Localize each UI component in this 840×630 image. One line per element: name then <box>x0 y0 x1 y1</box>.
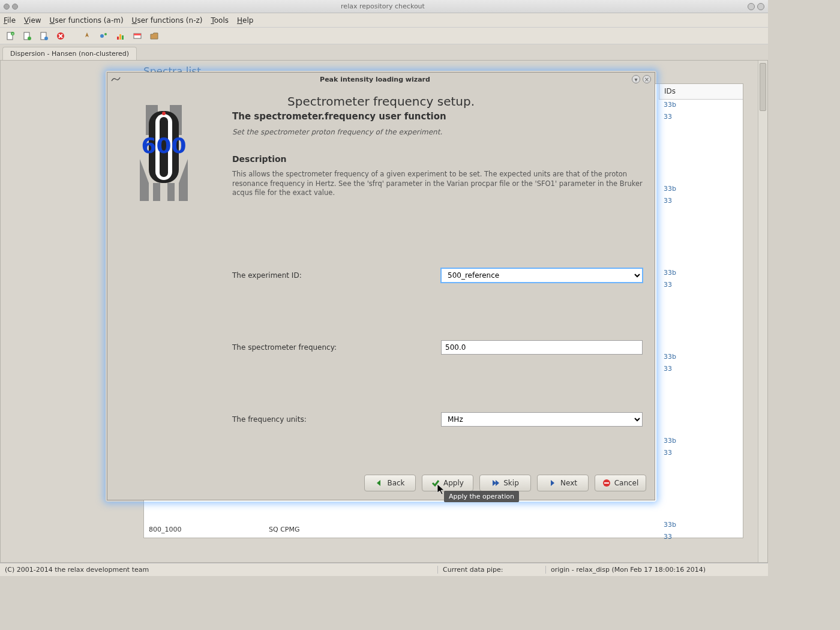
table-cell <box>659 124 743 136</box>
dialog-description-heading: Description <box>232 154 643 164</box>
cancel-button[interactable]: Cancel <box>595 475 646 491</box>
table-cell <box>659 148 743 160</box>
table-cell: 33b <box>659 100 743 112</box>
menu-file[interactable]: File <box>4 16 16 25</box>
table-cell <box>659 388 743 400</box>
statusbar: (C) 2001-2014 the relax development team… <box>0 563 768 576</box>
tooltip: Apply the operation <box>444 491 519 502</box>
table-cell: 800_1000 <box>144 523 264 538</box>
frequency-units-label: The frequency units: <box>232 415 441 424</box>
window-close-icon[interactable] <box>757 3 764 10</box>
table-cell <box>659 496 743 508</box>
svg-rect-14 <box>134 34 141 35</box>
back-button[interactable]: Back <box>364 475 416 491</box>
svg-point-8 <box>100 34 104 38</box>
table-cell <box>659 400 743 412</box>
table-cell <box>659 508 743 520</box>
svg-rect-10 <box>117 37 119 40</box>
spectrometer-icon: 600 <box>116 87 212 207</box>
table-cell: 33b <box>659 268 743 280</box>
svg-point-6 <box>44 37 48 40</box>
dialog-subheading: The spectrometer.frequency user function <box>232 111 643 122</box>
dialog-description-text: This allows the spectrometer frequency o… <box>232 170 643 198</box>
dialog-close-icon[interactable]: × <box>643 75 651 83</box>
table-cell: 33b <box>659 184 743 196</box>
menubar: File View User functions (a-m) User func… <box>0 13 768 28</box>
tab-dispersion[interactable]: Dispersion - Hansen (non-clustered) <box>2 47 137 60</box>
table-cell <box>659 256 743 268</box>
svg-rect-25 <box>604 482 609 484</box>
window-title: relax repository checkout <box>20 2 745 10</box>
table-cell <box>659 376 743 388</box>
status-pipe-label: Current data pipe: <box>438 566 546 574</box>
toolbar-open-icon[interactable] <box>37 29 50 43</box>
status-pipe-value: origin - relax_disp (Mon Feb 17 18:00:16… <box>546 566 768 574</box>
table-cell <box>659 316 743 328</box>
next-button[interactable]: Next <box>537 475 589 491</box>
dialog-titlebar: Peak intensity loading wizard ▾ × <box>107 73 655 86</box>
menu-user-functions-nz[interactable]: User functions (n-z) <box>132 16 203 25</box>
table-cell <box>659 244 743 256</box>
table-cell: 33b <box>659 352 743 364</box>
table-cell <box>659 160 743 172</box>
wizard-dialog: Peak intensity loading wizard ▾ × 600 Sp… <box>107 72 655 500</box>
toolbar-card-icon[interactable] <box>131 29 144 43</box>
menu-user-functions-am[interactable]: User functions (a-m) <box>50 16 124 25</box>
menu-tools[interactable]: Tools <box>211 16 229 25</box>
window-menu-icon[interactable] <box>4 4 10 10</box>
svg-rect-23 <box>167 183 175 201</box>
tabstrip: Dispersion - Hansen (non-clustered) <box>0 44 768 60</box>
dialog-app-icon <box>111 76 121 82</box>
check-icon <box>431 479 440 487</box>
dialog-minimize-icon[interactable]: ▾ <box>632 75 640 83</box>
menu-view[interactable]: View <box>24 16 41 25</box>
table-row: 800_1000 SQ CPMG <box>144 523 743 538</box>
toolbar-close-icon[interactable] <box>54 29 67 43</box>
svg-text:600: 600 <box>141 133 186 158</box>
toolbar: + <box>0 28 768 44</box>
frequency-units-select[interactable]: MHz <box>441 412 643 427</box>
dialog-title: Peak intensity loading wizard <box>121 76 629 83</box>
experiment-id-select[interactable]: 500_reference <box>441 268 643 283</box>
toolbar-molecule-icon[interactable] <box>97 29 110 43</box>
cancel-icon <box>602 479 611 487</box>
svg-point-4 <box>28 37 31 40</box>
table-cell <box>659 472 743 484</box>
dialog-subdesc: Set the spectrometer proton frequency of… <box>232 128 643 136</box>
table-cell <box>659 340 743 352</box>
arrow-left-icon <box>375 479 383 487</box>
vertical-scrollbar[interactable] <box>758 61 767 562</box>
apply-button[interactable]: Apply <box>422 475 473 491</box>
table-cell: 33 <box>659 196 743 208</box>
toolbar-save-icon[interactable] <box>20 29 34 43</box>
table-cell: 33 <box>659 364 743 376</box>
table-cell <box>659 292 743 304</box>
table-cell <box>659 328 743 340</box>
table-cell <box>659 484 743 496</box>
skip-button[interactable]: Skip <box>479 475 531 491</box>
toolbar-rocket-icon[interactable] <box>80 29 94 43</box>
toolbar-folder-icon[interactable] <box>148 29 161 43</box>
table-cell: 33 <box>659 448 743 460</box>
table-cell <box>659 136 743 148</box>
window-minimize-icon[interactable] <box>12 4 18 10</box>
table-cell: 33 <box>659 280 743 292</box>
svg-rect-11 <box>119 34 121 40</box>
window-maximize-icon[interactable] <box>748 3 755 10</box>
spectrometer-frequency-input[interactable] <box>441 340 643 355</box>
table-cell: 33b <box>659 436 743 448</box>
toolbar-bars-icon[interactable] <box>114 29 127 43</box>
svg-point-20 <box>162 112 166 115</box>
table-cell <box>659 172 743 184</box>
menu-help[interactable]: Help <box>237 16 253 25</box>
table-cell <box>659 412 743 424</box>
svg-point-9 <box>104 33 107 35</box>
status-copyright: (C) 2001-2014 the relax development team <box>0 566 438 574</box>
table-header-ids: IDs <box>659 84 743 100</box>
svg-text:+: + <box>11 32 14 35</box>
table-cell: SQ CPMG <box>264 523 304 538</box>
table-cell <box>659 232 743 244</box>
toolbar-new-icon[interactable]: + <box>4 29 17 43</box>
arrow-right-icon <box>548 479 557 487</box>
table-cell <box>659 460 743 472</box>
